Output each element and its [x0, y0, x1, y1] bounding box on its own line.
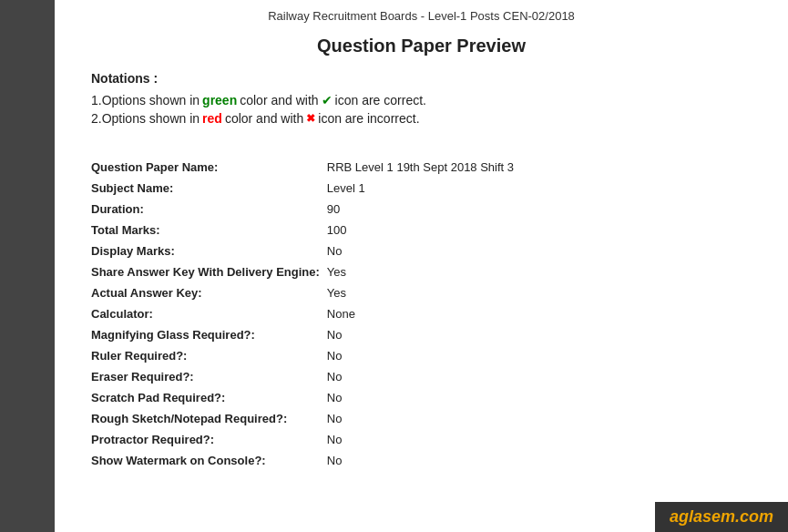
notations-section: Notations : 1.Options shown in green col… [55, 71, 788, 148]
notations-title: Notations : [91, 71, 752, 86]
table-cell-label: Calculator: [91, 303, 327, 324]
notation2-prefix: 2.Options shown in [91, 111, 200, 126]
table-cell-value: 100 [327, 220, 752, 240]
table-cell-value: RRB Level 1 19th Sept 2018 Shift 3 [327, 157, 752, 178]
table-cell-value: No [327, 408, 752, 429]
table-row: Ruler Required?:No [91, 345, 752, 366]
notation-line-1: 1.Options shown in green color and with … [91, 93, 752, 107]
table-row: Total Marks:100 [91, 220, 752, 240]
notation1-green: green [202, 93, 237, 107]
table-row: Duration:90 [91, 199, 752, 220]
table-cell-value: No [327, 240, 752, 261]
table-row: Subject Name:Level 1 [91, 178, 752, 199]
subtitle: Railway Recruitment Boards - Level-1 Pos… [268, 9, 575, 23]
header: Railway Recruitment Boards - Level-1 Pos… [55, 0, 788, 28]
table-cell-label: Eraser Required?: [91, 366, 327, 387]
table-row: Protractor Required?:No [91, 429, 752, 450]
table-cell-value: 90 [327, 199, 752, 220]
table-cell-label: Display Marks: [91, 240, 327, 261]
table-cell-value: None [327, 303, 752, 324]
notation1-middle: color and with [240, 93, 318, 107]
x-icon: ✖ [306, 112, 315, 125]
page-title: Question Paper Preview [55, 28, 788, 71]
table-cell-value: No [327, 429, 752, 450]
notation2-red: red [202, 111, 222, 126]
notation1-suffix: icon are correct. [335, 93, 426, 107]
left-sidebar [0, 0, 55, 532]
table-cell-label: Duration: [91, 199, 327, 220]
notation1-prefix: 1.Options shown in [91, 93, 200, 107]
table-row: Rough Sketch/Notepad Required?:No [91, 408, 752, 429]
table-row: Calculator:None [91, 303, 752, 324]
info-table: Question Paper Name:RRB Level 1 19th Sep… [91, 157, 752, 471]
table-cell-label: Ruler Required?: [91, 345, 327, 366]
table-row: Actual Answer Key:Yes [91, 282, 752, 303]
table-cell-label: Magnifying Glass Required?: [91, 324, 327, 345]
table-cell-label: Protractor Required?: [91, 429, 327, 450]
table-cell-value: No [327, 450, 752, 471]
table-row: Show Watermark on Console?:No [91, 450, 752, 471]
table-row: Eraser Required?:No [91, 366, 752, 387]
table-cell-label: Question Paper Name: [91, 157, 327, 178]
table-cell-value: No [327, 324, 752, 345]
table-cell-label: Show Watermark on Console?: [91, 450, 327, 471]
notation2-suffix: icon are incorrect. [318, 111, 419, 126]
table-cell-value: No [327, 366, 752, 387]
notation-line-2: 2.Options shown in red color and with ✖ … [91, 111, 752, 126]
table-cell-value: Level 1 [327, 178, 752, 199]
table-cell-value: No [327, 387, 752, 408]
table-cell-label: Share Answer Key With Delivery Engine: [91, 261, 327, 282]
table-row: Display Marks:No [91, 240, 752, 261]
table-cell-label: Actual Answer Key: [91, 282, 327, 303]
table-cell-value: No [327, 345, 752, 366]
table-row: Share Answer Key With Delivery Engine:Ye… [91, 261, 752, 282]
table-cell-value: Yes [327, 282, 752, 303]
table-cell-label: Rough Sketch/Notepad Required?: [91, 408, 327, 429]
table-row: Scratch Pad Required?:No [91, 387, 752, 408]
table-row: Question Paper Name:RRB Level 1 19th Sep… [91, 157, 752, 178]
table-cell-label: Subject Name: [91, 178, 327, 199]
table-cell-label: Scratch Pad Required?: [91, 387, 327, 408]
table-row: Magnifying Glass Required?:No [91, 324, 752, 345]
footer-logo: aglasem.com [655, 502, 788, 532]
check-icon: ✔ [322, 93, 333, 107]
table-cell-value: Yes [327, 261, 752, 282]
main-container: Railway Recruitment Boards - Level-1 Pos… [55, 0, 788, 532]
notation2-middle: color and with [225, 111, 303, 126]
table-cell-label: Total Marks: [91, 220, 327, 240]
